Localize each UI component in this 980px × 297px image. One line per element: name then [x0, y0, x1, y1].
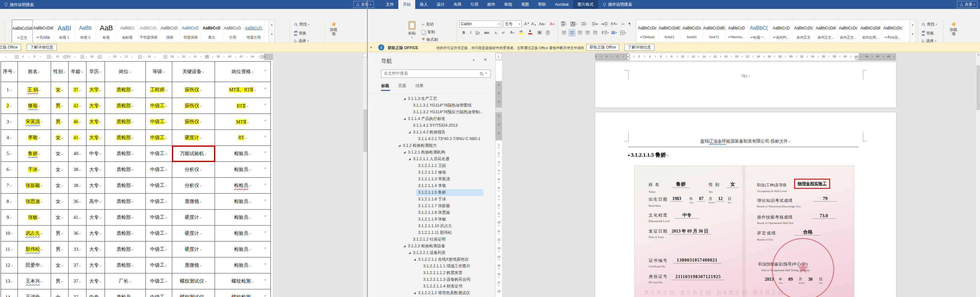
table-cell[interactable]: 4↵	[1, 130, 18, 146]
table-cell[interactable]: 10↵	[1, 225, 18, 241]
table-column-marker[interactable]	[205, 55, 209, 59]
table-cell[interactable]: 2↵	[1, 98, 18, 114]
table-cell[interactable]: 探伤仪↵	[172, 114, 215, 130]
table-cell[interactable]: 中级工↵	[146, 194, 172, 209]
ribbon-tab-操作说明搜索[interactable]: 操作说明搜索	[598, 0, 636, 9]
table-cell[interactable]: 硬度计↵	[172, 209, 215, 225]
expand-triangle-icon[interactable]	[409, 252, 411, 254]
nav-tree-item[interactable]: 3.1.2.2.1.2 视导热系数测试仪	[368, 290, 496, 296]
table-cell[interactable]: 质检部↵	[105, 146, 146, 162]
nav-tree-item[interactable]: 3.1.2.1.2 社保证明	[368, 236, 496, 243]
table-cell[interactable]: 高中↵	[86, 194, 105, 209]
borders-button[interactable]: ▾	[620, 29, 626, 36]
table-cell[interactable]: RTⅡ↵	[215, 98, 271, 114]
table-header-cell[interactable]: 姓名↵	[18, 62, 51, 82]
table-cell[interactable]: 41↵	[68, 209, 86, 225]
table-cell[interactable]: 宋英清↵	[18, 114, 51, 130]
scrollbar-a[interactable]	[362, 52, 368, 297]
nav-tree-item[interactable]: 3.1.1.4.2.1 73*40 2-7/8NU C N80-1	[368, 136, 496, 142]
vertical-ruler-b[interactable]: 123321123456789101112131415161718	[496, 61, 502, 297]
table-cell[interactable]: 中级工↵	[146, 130, 172, 146]
table-cell[interactable]: 质检部↵	[105, 114, 146, 130]
page-previous[interactable]: 782↵	[595, 62, 896, 107]
table-cell[interactable]: 张思迪↵	[18, 194, 51, 209]
table-cell[interactable]: 质检部↵	[105, 82, 146, 98]
table-cell[interactable]: 37↵	[68, 82, 86, 98]
nav-search-box[interactable]: ▾	[381, 70, 491, 78]
table-cell[interactable]: 41↵	[68, 130, 86, 146]
table-cell[interactable]: 36↵	[68, 194, 86, 209]
table-cell[interactable]: 张新颖↵	[18, 178, 51, 194]
table-cell[interactable]: 3↵	[1, 114, 18, 130]
table-cell[interactable]: 田爱华↵	[18, 257, 51, 273]
table-cell[interactable]: 王 娟↵	[18, 82, 51, 98]
cut-button[interactable]: ✂剪切	[422, 22, 434, 27]
ribbon-tab-引用[interactable]: 引用	[466, 0, 483, 9]
table-cell[interactable]: 大专↵	[86, 130, 105, 146]
table-column-marker[interactable]	[64, 55, 67, 59]
table-cell[interactable]: 显微镜↵	[172, 257, 215, 273]
close-nav-icon[interactable]: ×	[484, 57, 487, 62]
table-cell[interactable]: 37↵	[68, 289, 86, 297]
ruler-toggle-button[interactable]	[363, 53, 367, 57]
learn-more-button-b[interactable]: 了解详细信息	[624, 44, 654, 51]
nav-tree-item[interactable]: 3.1.2.2 检验检测设备	[368, 243, 496, 249]
nav-tree-item[interactable]: 3.1.2.2.1.1.4 校准证书	[368, 283, 496, 290]
nav-tree-item[interactable]: 3.1.2.2.1.1 在线X射线探伤仪	[368, 256, 496, 263]
table-header-cell[interactable]: 年龄↵	[68, 62, 86, 82]
ribbon-tab-审阅[interactable]: 审阅	[500, 0, 517, 9]
ribbon-tab-设计[interactable]: 设计	[432, 0, 449, 9]
shrink-font-button[interactable]: A▼	[531, 21, 537, 27]
table-cell[interactable]: 中专↵	[86, 289, 105, 297]
table-cell[interactable]: 7↵	[1, 178, 18, 194]
change-case-button[interactable]: Aa▾	[539, 21, 545, 27]
table-cell[interactable]: 螺纹检测↵	[215, 289, 271, 297]
table-cell[interactable]: 质检部↵	[105, 178, 146, 194]
table-cell[interactable]: 质检部↵	[105, 98, 146, 114]
font-name-combo[interactable]: Calibri▾	[459, 21, 501, 27]
table-cell[interactable]: 检验员↵	[215, 146, 271, 162]
table-cell[interactable]: 检验员↵	[215, 194, 271, 209]
table-cell[interactable]: 33↵	[68, 241, 86, 257]
nav-tree-item[interactable]: 3.1.1.4.2 检验报告	[368, 129, 496, 136]
nav-tree-item[interactable]: 3.1.2.1.1.8 张思迪	[368, 209, 496, 216]
table-cell[interactable]: 42↵	[68, 98, 86, 114]
tellme-search-a[interactable]: 操作说明搜索	[10, 2, 34, 8]
table-cell[interactable]: 检验员↵	[215, 257, 271, 273]
line-spacing-button[interactable]: ⇕▾	[601, 29, 609, 36]
strikethrough-button[interactable]: abc	[484, 29, 490, 36]
table-cell[interactable]: 女↵	[51, 130, 68, 146]
share-button-b[interactable]: 共享▾	[957, 1, 977, 8]
nav-tree-item[interactable]: 3.1.2.1.1.5 鲁娇	[368, 189, 496, 196]
nav-tree-item[interactable]: 3.1.2.1.1.1 王娟	[368, 162, 496, 169]
get-genuine-button-a[interactable]: 获取正版 Office	[0, 44, 21, 51]
ribbon-tab-文件[interactable]: 文件	[382, 0, 398, 9]
table-cell[interactable]: 于冰↵	[18, 162, 51, 178]
table-cell[interactable]: 武占久↵	[18, 225, 51, 241]
table-cell[interactable]: 大专↵	[86, 257, 105, 273]
expand-triangle-icon[interactable]	[403, 97, 406, 100]
nav-tab-results[interactable]: 结果	[415, 83, 423, 89]
table-header-cell[interactable]: 序号↵	[1, 62, 18, 82]
horizontal-ruler-a[interactable]: 46101216202226303234363840424446	[0, 54, 273, 60]
table-cell[interactable]: 大专↵	[86, 273, 105, 289]
table-cell[interactable]: 大专↵	[86, 241, 105, 257]
nav-tree-item[interactable]: 3.1.1.4 产品执行标准	[368, 115, 496, 122]
table-cell[interactable]: 中级工↵	[146, 257, 172, 273]
learn-more-button-a[interactable]: 了解详细信息	[27, 44, 57, 51]
table-cell[interactable]: 螺纹测试仪↵	[172, 273, 215, 289]
nav-tree-item[interactable]: 3.1.1.4.1 SY/T5324-2013	[368, 122, 496, 129]
nav-tree-item[interactable]: 3.1.2.2.1 设备列表	[368, 249, 496, 256]
sort-button[interactable]: A↓	[620, 21, 626, 27]
table-cell[interactable]: 修瑜↵	[18, 98, 51, 114]
nav-tree-item[interactable]: 3.1.2.1.1.7 张新颖	[368, 203, 496, 209]
character-shading-button[interactable]: A	[536, 29, 543, 36]
table-cell[interactable]: 女↵	[51, 209, 68, 225]
scroll-thumb[interactable]	[977, 65, 980, 110]
table-cell[interactable]: 6↵	[1, 162, 18, 178]
share-button-a[interactable]: 共享▾	[353, 1, 374, 8]
table-cell[interactable]: MTⅡ、RTⅡ↵	[215, 82, 271, 98]
table-cell[interactable]: 男↵	[51, 241, 68, 257]
superscript-button[interactable]: x²	[500, 29, 506, 36]
clear-formatting-button[interactable]: A	[549, 21, 555, 27]
